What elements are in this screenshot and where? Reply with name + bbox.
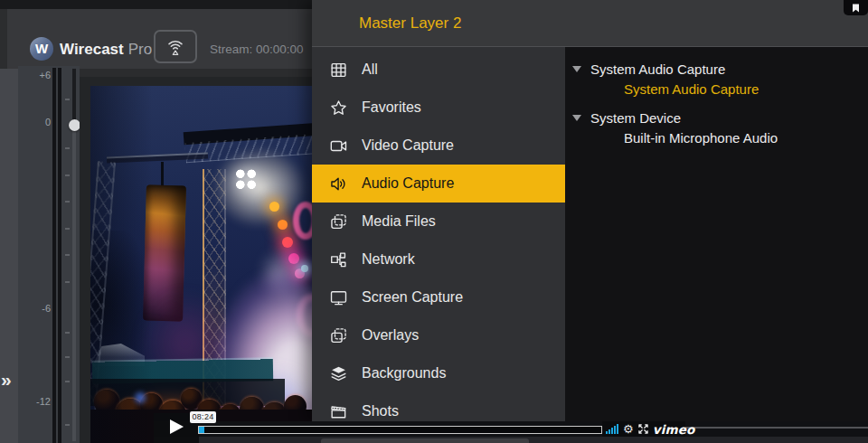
disclosure-triangle-icon[interactable] <box>572 66 581 72</box>
meter-scale-label: -6 <box>18 303 51 314</box>
stream-time: 00:00:00 <box>256 42 304 56</box>
progress-played <box>199 427 204 433</box>
player-right-controls: ⚙ vimeo <box>602 421 685 437</box>
network-nodes-icon <box>328 250 348 269</box>
broadcast-button[interactable] <box>154 30 197 63</box>
meter-tick <box>65 228 70 230</box>
meter-tick <box>65 254 70 256</box>
fullscreen-icon[interactable] <box>638 424 648 434</box>
audio-level-bar <box>52 68 56 443</box>
wirecast-logo: W <box>30 37 53 61</box>
video-camera-icon <box>328 136 348 156</box>
disclosure-triangle-icon[interactable] <box>572 115 581 121</box>
bottom-right-line <box>685 427 868 429</box>
menu-item-backgrounds[interactable]: Backgrounds <box>312 354 565 392</box>
menu-item-video-capture[interactable]: Video Capture <box>312 127 565 165</box>
time-tooltip: 08:24 <box>190 411 216 423</box>
art-vignette <box>90 86 312 443</box>
meter-tick <box>65 174 70 176</box>
app-title-suffix: Pro <box>128 41 152 58</box>
menu-item-label: Overlays <box>362 327 419 344</box>
volume-bars-icon[interactable] <box>606 424 618 434</box>
meter-scale-label: 0 <box>18 117 51 127</box>
bookmark-icon <box>852 4 860 13</box>
speaker-icon <box>328 174 348 193</box>
panel-title: Master Layer 2 <box>359 14 461 33</box>
source-device-tree: System Audio Capture System Audio Captur… <box>565 47 868 421</box>
tree-item-system-audio-capture[interactable]: System Audio Capture <box>572 79 868 99</box>
stream-label: Stream: <box>210 42 252 56</box>
menu-item-audio-capture[interactable]: Audio Capture <box>312 165 565 203</box>
source-category-list: All Favorites Video Capture <box>312 47 565 421</box>
menu-item-label: Favorites <box>362 99 421 116</box>
menu-item-label: Media Files <box>362 213 436 230</box>
bottom-peek-element <box>321 438 529 443</box>
corner-badge-button[interactable] <box>844 0 868 15</box>
tree-group-system-audio-capture[interactable]: System Audio Capture <box>572 59 868 79</box>
clapperboard-icon <box>328 401 348 421</box>
media-file-icon <box>328 212 348 231</box>
menu-item-label: Shots <box>362 403 399 419</box>
menu-item-all[interactable]: All <box>312 51 565 89</box>
layers-icon <box>328 363 348 383</box>
menu-item-favorites[interactable]: Favorites <box>312 89 565 127</box>
vimeo-logo[interactable]: vimeo <box>653 422 695 437</box>
progress-bar[interactable] <box>198 426 602 434</box>
menu-item-media-files[interactable]: Media Files <box>312 203 565 240</box>
vimeo-player-frame: W WirecastPro Stream: 00:00:00 » +6 0 -6… <box>0 0 868 443</box>
expand-panel-chevron-icon[interactable]: » <box>1 369 10 391</box>
window-left-edge <box>0 9 7 69</box>
tree-item-label: System Audio Capture <box>624 81 759 97</box>
audio-level-bar <box>58 68 61 443</box>
broadcast-wifi-icon <box>165 36 186 58</box>
menu-item-label: Audio Capture <box>362 175 454 192</box>
grid-icon <box>328 60 348 80</box>
menu-item-overlays[interactable]: Overlays <box>312 316 565 354</box>
tree-item-built-in-microphone-audio[interactable]: Built-in Microphone Audio <box>572 127 868 148</box>
tree-item-label: Built-in Microphone Audio <box>624 130 778 146</box>
add-source-panel-header: Master Layer 2 <box>312 0 868 47</box>
stream-status: Stream: 00:00:00 <box>210 42 304 56</box>
meter-tick <box>65 99 70 100</box>
app-title-text: Wirecast <box>60 41 124 58</box>
play-icon <box>170 419 184 434</box>
meter-tick <box>65 147 70 149</box>
meter-tick <box>65 424 70 426</box>
menu-item-screen-capture[interactable]: Screen Capture <box>312 278 565 316</box>
app-title: WirecastPro <box>60 41 152 59</box>
add-source-panel: Master Layer 2 All Favorites <box>312 0 868 421</box>
tree-group-label: System Device <box>590 110 681 126</box>
volume-slider-track-lower <box>72 127 76 441</box>
gear-icon[interactable]: ⚙ <box>623 423 634 435</box>
monitor-icon <box>328 287 348 307</box>
menu-item-label: Screen Capture <box>362 289 463 306</box>
menu-item-label: Video Capture <box>362 137 454 154</box>
tree-group-system-device[interactable]: System Device <box>572 108 868 127</box>
meter-tick <box>65 332 70 334</box>
audio-meter: +6 0 -6 -12 <box>18 66 80 443</box>
meter-scale-label: +6 <box>18 70 51 80</box>
menu-item-network[interactable]: Network <box>312 240 565 278</box>
meter-tick <box>65 201 70 203</box>
meter-tick <box>65 381 70 382</box>
meter-tick <box>65 356 70 358</box>
preview-video <box>90 86 312 443</box>
tree-group-label: System Audio Capture <box>590 61 725 77</box>
panel-collapse-strip: » <box>0 69 18 443</box>
star-icon <box>328 98 348 118</box>
menu-item-label: Backgrounds <box>362 365 446 382</box>
window-top-strip <box>0 0 312 9</box>
menu-item-label: Network <box>362 251 415 268</box>
meter-tick <box>65 281 70 283</box>
overlay-icon <box>328 325 348 345</box>
menu-item-label: All <box>362 61 378 78</box>
meter-scale-label: -12 <box>18 396 51 407</box>
